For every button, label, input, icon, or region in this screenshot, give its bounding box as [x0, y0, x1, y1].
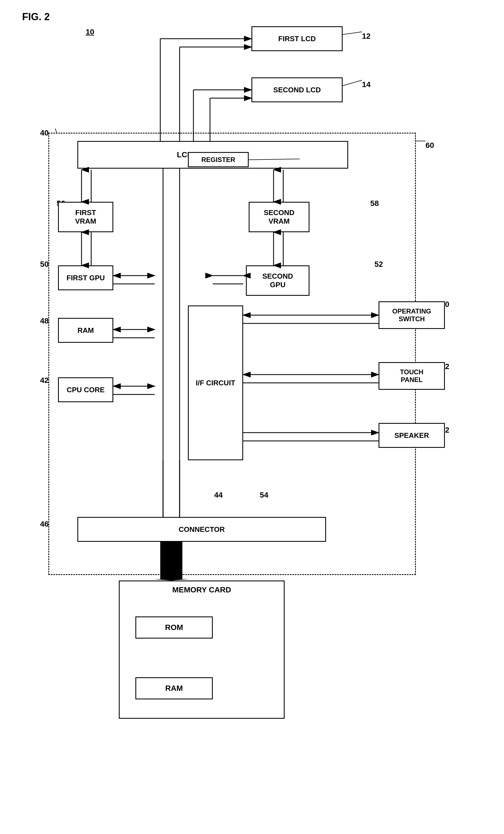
ref-42: 42 — [40, 376, 49, 385]
touch-panel-box: TOUCHPANEL — [379, 362, 445, 390]
ram-box: RAM — [58, 318, 113, 343]
first-gpu-box: FIRST GPU — [58, 265, 113, 290]
second-gpu-box: SECONDGPU — [246, 265, 310, 296]
diagram-container: FIG. 2 10 12 14 60 62 56 58 50 52 48 42 … — [0, 0, 504, 834]
ref-46: 46 — [40, 520, 49, 529]
register-box: REGISTER — [188, 152, 249, 167]
ref-50: 50 — [40, 260, 49, 269]
svg-line-43 — [343, 32, 362, 35]
speaker-box: SPEAKER — [379, 423, 445, 448]
svg-line-47 — [55, 129, 56, 133]
svg-line-44 — [343, 80, 362, 86]
ram-card-box: RAM — [135, 677, 213, 699]
ref-14: 14 — [362, 80, 370, 89]
second-lcd-box: SECOND LCD — [251, 78, 343, 102]
if-circuit-box: I/F CIRCUIT — [188, 305, 243, 460]
ref-12: 12 — [362, 32, 370, 41]
rom-box: ROM — [135, 616, 213, 639]
first-vram-box: FIRSTVRAM — [58, 202, 113, 232]
connector-box: CONNECTOR — [77, 517, 326, 542]
ref-60: 60 — [426, 141, 434, 150]
second-vram-box: SECONDVRAM — [249, 202, 310, 232]
operating-switch-box: OPERATINGSWITCH — [379, 301, 445, 329]
ref-10: 10 — [86, 28, 94, 37]
cpu-core-box: CPU CORE — [58, 377, 113, 402]
fig-title: FIG. 2 — [22, 11, 50, 23]
first-lcd-box: FIRST LCD — [251, 26, 343, 51]
ref-40: 40 — [40, 129, 49, 137]
ref-48: 48 — [40, 316, 49, 325]
